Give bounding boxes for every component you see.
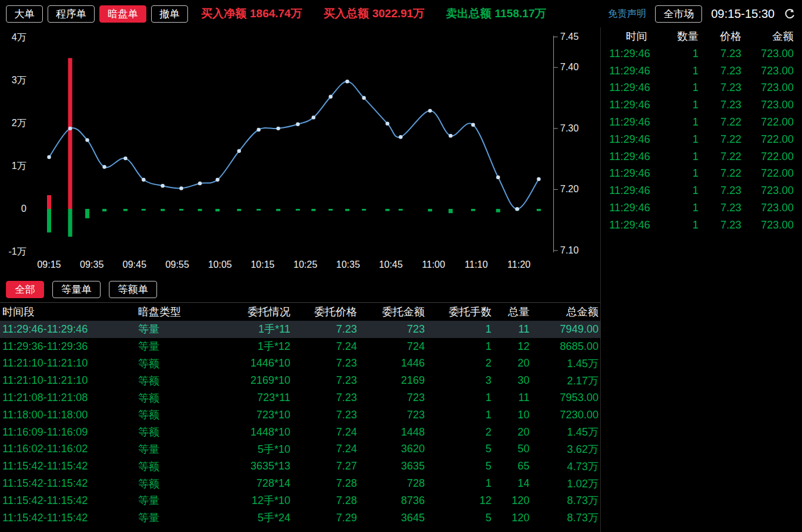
- cell-total-amount: 8685.00: [530, 340, 599, 353]
- cell-total-amount: 1.02万: [530, 477, 599, 491]
- stat-buy-net-amount: 买入净额1864.74万: [201, 6, 306, 21]
- cell-order-price: 7.23: [290, 392, 357, 404]
- cell-total-amount: 7953.00: [530, 392, 599, 404]
- toolbar-button-cancel-order[interactable]: 撤单: [151, 5, 188, 23]
- table-row[interactable]: 11:21:10-11:21:10等额1446*107.2314462201.4…: [0, 355, 600, 373]
- left-axis-label: 4万: [12, 32, 27, 42]
- table-row[interactable]: 11:18:00-11:18:00等额723*107.237231107230.…: [0, 406, 600, 424]
- cell-order-lots: 2: [425, 426, 491, 439]
- cell-order-detail: 1448*10: [214, 426, 290, 439]
- table-row[interactable]: 11:21:08-11:21:08等额723*117.237231117953.…: [0, 389, 600, 406]
- cell-total-volume: 10: [491, 409, 530, 421]
- table-row[interactable]: 11:15:42-11:15:42等额3635*137.2736355654.7…: [0, 458, 600, 475]
- trade-row: 11:29:4617.23723.00: [604, 62, 798, 80]
- cell-quantity: 1: [664, 99, 698, 111]
- table-row[interactable]: 11:29:36-11:29:36等量1手*127.247241128685.0…: [0, 338, 600, 355]
- price-marker: [142, 178, 145, 181]
- trades-panel-body: 11:29:4617.23723.0011:29:4617.23723.0011…: [604, 45, 798, 234]
- market-scope-button[interactable]: 全市场: [655, 5, 702, 23]
- volume-bar-up: [47, 195, 51, 209]
- cell-time: 11:29:46: [609, 99, 664, 111]
- table-row[interactable]: 11:29:46-11:29:46等量1手*117.237231117949.0…: [0, 321, 600, 338]
- x-axis-label: 10:15: [250, 259, 274, 270]
- volume-bar-down: [215, 209, 220, 211]
- volume-bar-down: [102, 209, 106, 211]
- cell-time: 11:29:46: [609, 167, 664, 180]
- cell-order-price: 7.24: [290, 426, 357, 439]
- x-axis-label: 09:35: [80, 259, 104, 270]
- cell-dark-pool-type: 等量: [138, 493, 214, 508]
- stat-label: 买入净额: [201, 7, 246, 20]
- toolbar-button-large-order[interactable]: 大单: [6, 5, 43, 23]
- cell-total-amount: 2.17万: [530, 374, 599, 388]
- col-header-total-amount: 总金额: [530, 305, 599, 319]
- cell-order-lots: 1: [425, 392, 491, 404]
- tab-equal-amount[interactable]: 等额单: [109, 281, 157, 298]
- topbar-right: 免责声明 全市场 09:15-15:30: [608, 5, 796, 23]
- cell-dark-pool-type: 等量: [138, 442, 214, 456]
- app-root: 大单程序单暗盘单撤单 买入净额1864.74万买入总额3022.91万卖出总额1…: [0, 0, 802, 532]
- left-axis-label: 1万: [12, 161, 27, 171]
- cell-time-range: 11:16:09-11:16:09: [2, 426, 138, 439]
- price-marker: [85, 138, 89, 142]
- table-row[interactable]: 11:16:09-11:16:09等额1448*107.2414482201.4…: [0, 424, 600, 441]
- table-row[interactable]: 11:21:10-11:21:10等额2169*107.2321693302.1…: [0, 372, 600, 389]
- trade-row: 11:29:4617.23723.00: [604, 217, 798, 234]
- cell-amount: 723.00: [741, 202, 794, 214]
- cell-time: 11:29:46: [609, 133, 664, 146]
- cell-order-amount: 723: [357, 323, 425, 336]
- cell-quantity: 1: [664, 65, 698, 77]
- left-section: 4万3万2万1万0-1万7.457.407.307.207.1009:1509:…: [0, 27, 601, 532]
- refresh-icon[interactable]: [784, 8, 796, 20]
- trades-panel: 时间数量价格金额 11:29:4617.23723.0011:29:4617.2…: [601, 27, 802, 532]
- tab-equal-volume[interactable]: 等量单: [52, 281, 101, 298]
- right-axis-label: 7.20: [560, 184, 579, 194]
- price-marker: [180, 186, 183, 190]
- volume-bar-down: [362, 209, 366, 211]
- price-marker: [496, 176, 500, 179]
- right-axis-label: 7.30: [560, 123, 579, 133]
- cell-time: 11:29:46: [609, 65, 664, 77]
- stat-value: 1158.17万: [494, 7, 546, 20]
- price-marker: [329, 95, 333, 98]
- cell-order-lots: 5: [425, 460, 491, 472]
- price-marker: [276, 127, 280, 130]
- orders-table-header: 时间段暗盘类型委托情况委托价格委托金额委托手数总量总金额: [0, 303, 600, 321]
- table-row[interactable]: 11:15:42-11:15:42等额728*147.287281141.02万: [0, 475, 600, 492]
- cell-time-range: 11:18:00-11:18:00: [2, 409, 138, 421]
- cell-order-amount: 723: [357, 392, 425, 404]
- toolbar-button-dark-pool-order[interactable]: 暗盘单: [99, 5, 146, 23]
- cell-order-price: 7.29: [290, 512, 357, 524]
- col-header-order-detail: 委托情况: [214, 305, 290, 319]
- volume-bar-down: [449, 209, 453, 213]
- price-marker: [449, 134, 452, 137]
- cell-quantity: 1: [664, 48, 698, 60]
- cell-order-amount: 724: [357, 340, 425, 353]
- cell-total-volume: 11: [491, 392, 530, 404]
- col-header-time: 时间: [609, 29, 664, 43]
- table-row[interactable]: 11:15:42-11:15:42等量12手*107.288736121208.…: [0, 492, 600, 509]
- cell-amount: 723.00: [741, 184, 794, 197]
- stat-sell-total-amount: 卖出总额1158.17万: [446, 6, 550, 21]
- cell-time: 11:29:46: [609, 151, 664, 163]
- cell-total-amount: 1.45万: [530, 356, 599, 371]
- cell-time-range: 11:29:36-11:29:36: [2, 340, 138, 353]
- cell-order-lots: 1: [425, 477, 491, 490]
- cell-amount: 722.00: [741, 116, 794, 129]
- trade-row: 11:29:4617.22722.00: [604, 148, 798, 165]
- cell-amount: 723.00: [741, 65, 794, 77]
- volume-bar-down: [161, 209, 165, 211]
- cell-order-detail: 5手*10: [214, 442, 290, 456]
- main-content: 4万3万2万1万0-1万7.457.407.307.207.1009:1509:…: [0, 27, 802, 532]
- disclaimer-link[interactable]: 免责声明: [608, 8, 646, 20]
- table-row[interactable]: 11:16:02-11:16:02等量5手*107.2436205503.62万: [0, 441, 600, 458]
- left-axis-label: 3万: [12, 75, 27, 85]
- cell-order-amount: 3635: [357, 460, 425, 472]
- table-row[interactable]: 11:15:42-11:15:42等量5手*247.29364551208.73…: [0, 509, 600, 527]
- toolbar-button-program-order[interactable]: 程序单: [48, 5, 95, 23]
- cell-total-volume: 20: [491, 357, 530, 370]
- tab-all[interactable]: 全部: [6, 281, 44, 298]
- cell-time: 11:29:46: [609, 48, 664, 60]
- cell-dark-pool-type: 等量: [138, 322, 214, 336]
- cell-quantity: 1: [664, 219, 698, 231]
